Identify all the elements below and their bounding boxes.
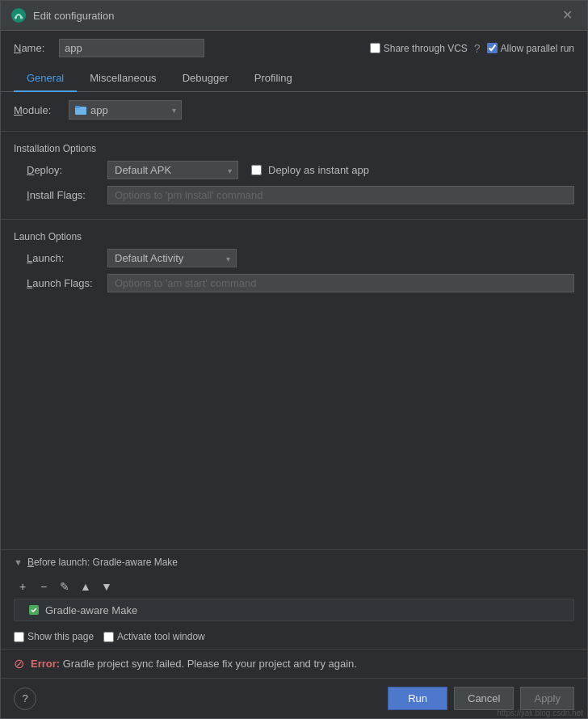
error-icon: ⊘ (14, 656, 24, 671)
close-button[interactable]: ✕ (557, 7, 578, 23)
install-flags-input[interactable] (107, 186, 574, 204)
before-launch-section: ▼ Before launch: Gradle-aware Make + − ✎… (1, 549, 587, 649)
module-dropdown-arrow: ▾ (172, 106, 176, 115)
apply-button[interactable]: Apply (520, 687, 574, 710)
allow-parallel-label: Allow parallel run (501, 43, 574, 54)
help-button[interactable]: ? (14, 687, 36, 710)
tabs-bar: General Miscellaneous Debugger Profiling (1, 65, 587, 92)
svg-rect-4 (75, 106, 80, 108)
install-flags-row: Install Flags: (14, 186, 574, 204)
install-flags-label: Install Flags: (27, 189, 107, 201)
move-down-button[interactable]: ▼ (98, 578, 116, 595)
name-input[interactable] (59, 39, 204, 57)
activate-window-label: Activate tool window (117, 631, 205, 642)
add-task-button[interactable]: + (14, 578, 32, 595)
remove-task-button[interactable]: − (35, 578, 52, 595)
launch-flags-input[interactable] (107, 274, 574, 292)
deploy-row: Deploy: Default APK APK from app bundle … (14, 161, 574, 179)
launch-select-wrapper: Default Activity Specified Activity Noth… (107, 249, 237, 267)
edit-task-button[interactable]: ✎ (56, 578, 74, 595)
svg-point-1 (15, 17, 17, 19)
launch-flags-label: Launch Flags: (27, 277, 107, 289)
module-value: app (90, 104, 108, 116)
activate-window-checkbox-row: Activate tool window (103, 631, 205, 642)
share-vcs-row: Share through VCS (370, 43, 468, 54)
svg-point-2 (20, 17, 23, 19)
name-right: Share through VCS ? Allow parallel run (370, 42, 574, 55)
tab-profiling[interactable]: Profiling (242, 65, 305, 92)
module-label: Module: (14, 104, 62, 116)
launch-flags-row: Launch Flags: (14, 274, 574, 292)
before-launch-title: Before launch: Gradle-aware Make (27, 557, 178, 568)
move-up-button[interactable]: ▲ (77, 578, 94, 595)
allow-parallel-row: Allow parallel run (487, 43, 574, 54)
launch-options-section: Launch Options Launch: Default Activity … (1, 223, 587, 304)
show-page-row: Show this page Activate tool window (1, 628, 587, 649)
tab-debugger[interactable]: Debugger (170, 65, 242, 92)
module-row: Module: app ▾ (1, 92, 587, 128)
expand-icon: ▼ (14, 557, 23, 567)
name-row: Name: Share through VCS ? Allow parallel… (1, 31, 587, 65)
deploy-select[interactable]: Default APK APK from app bundle Nothing (107, 161, 238, 179)
deploy-label: Deploy: (27, 164, 107, 176)
bottom-right: Run Cancel Apply (388, 687, 574, 710)
tab-content: Module: app ▾ Installation Options Deplo… (1, 92, 587, 549)
instant-app-checkbox[interactable] (251, 165, 262, 175)
gradle-icon (27, 603, 40, 616)
show-page-checkbox-row: Show this page (14, 631, 94, 642)
launch-select[interactable]: Default Activity Specified Activity Noth… (107, 249, 237, 267)
error-row: ⊘ Error: Gradle project sync failed. Ple… (1, 649, 587, 678)
deploy-select-wrapper: Default APK APK from app bundle Nothing … (107, 161, 238, 179)
allow-parallel-checkbox[interactable] (487, 43, 498, 53)
show-page-checkbox[interactable] (14, 632, 24, 642)
run-button[interactable]: Run (388, 687, 447, 710)
module-select[interactable]: app ▾ (69, 100, 182, 120)
installation-options-section: Installation Options Deploy: Default APK… (1, 135, 587, 216)
tab-miscellaneous[interactable]: Miscellaneous (77, 65, 169, 92)
module-select-wrapper: app ▾ (69, 100, 182, 120)
instant-app-row: Deploy as instant app (251, 164, 369, 176)
help-icon[interactable]: ? (474, 42, 481, 55)
title-bar-left: Edit configuration (10, 7, 114, 23)
make-item-label: Gradle-aware Make (45, 604, 137, 616)
instant-app-label: Deploy as instant app (268, 164, 369, 176)
share-vcs-label: Share through VCS (384, 43, 468, 54)
edit-configuration-dialog: Edit configuration ✕ Name: Share through… (0, 0, 588, 719)
android-studio-icon (10, 7, 27, 23)
module-folder-icon (74, 103, 87, 116)
watermark: https://jiali.blog.csdn.net (497, 708, 583, 717)
tab-general[interactable]: General (14, 65, 77, 92)
gradle-make-item[interactable]: Gradle-aware Make (14, 599, 574, 621)
title-bar: Edit configuration ✕ (1, 1, 587, 31)
launch-label: Launch: (27, 252, 107, 264)
before-launch-header[interactable]: ▼ Before launch: Gradle-aware Make (1, 550, 587, 574)
before-launch-toolbar: + − ✎ ▲ ▼ (1, 574, 587, 599)
cancel-button[interactable]: Cancel (454, 687, 514, 710)
dialog-title: Edit configuration (33, 10, 114, 22)
installation-options-title: Installation Options (14, 143, 574, 154)
share-vcs-checkbox[interactable] (370, 43, 380, 53)
error-text: Error: Gradle project sync failed. Pleas… (31, 658, 357, 670)
name-label: Name: (14, 42, 46, 54)
launch-options-title: Launch Options (14, 231, 574, 242)
activate-window-checkbox[interactable] (103, 632, 114, 642)
show-page-label: Show this page (27, 631, 94, 642)
launch-row: Launch: Default Activity Specified Activ… (14, 249, 574, 267)
